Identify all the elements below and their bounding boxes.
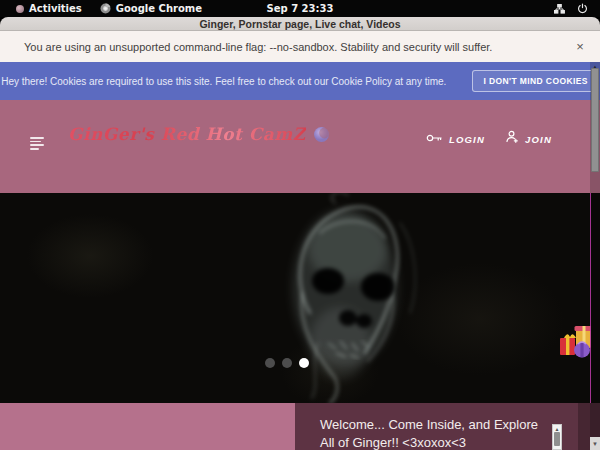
site-header: GinGer's Red Hot CamZ LOGIN [0,100,600,193]
app-name-label: Google Chrome [116,3,202,14]
carousel-dots [265,358,309,368]
cookie-message: Hey there! Cookies are required to use t… [1,76,446,87]
accept-cookies-button[interactable]: I DON'T MIND COOKIES [472,70,598,92]
page-body-section: Welcome... Come Inside, and Explore All … [0,403,600,450]
page-viewport: Hey there! Cookies are required to use t… [0,62,600,450]
smoke-skull-image [240,193,480,403]
page-scrollbar[interactable]: ▲ ▼ [590,62,600,450]
scrollbar-thumb[interactable] [591,68,599,172]
login-button[interactable]: LOGIN [426,130,485,148]
carousel-dot-2[interactable] [282,358,292,368]
welcome-scrollbar[interactable]: ▲ [552,424,562,450]
hero-carousel [0,193,600,403]
scroll-up-icon[interactable]: ▲ [553,425,561,432]
network-icon[interactable] [554,4,565,14]
activities-label: Activities [29,3,82,14]
system-top-bar: Activities Google Chrome Sep 7 23:33 [0,0,600,17]
cookie-consent-bar: Hey there! Cookies are required to use t… [0,62,600,100]
login-label: LOGIN [449,134,485,145]
activities-button[interactable]: Activities [10,0,88,17]
scrollbar-down-arrow[interactable]: ▼ [590,437,600,450]
welcome-scrollbar-thumb[interactable] [554,432,560,446]
scrollbar-accent-line [590,193,591,403]
key-icon [426,130,443,148]
menu-icon[interactable] [30,137,44,152]
focused-app-menu[interactable]: Google Chrome [94,0,208,17]
gift-boxes-icon [556,320,591,360]
site-logo-text: GinGer's Red Hot CamZ [68,124,306,144]
distro-logo-icon [16,5,24,13]
join-label: JOIN [525,134,552,145]
infobar-message: You are using an unsupported command-lin… [0,41,492,53]
header-nav: LOGIN JOIN [426,130,552,148]
site-logo[interactable]: GinGer's Red Hot CamZ [68,124,330,144]
carousel-dot-1[interactable] [265,358,275,368]
welcome-widget: Welcome... Come Inside, and Explore All … [295,403,600,450]
close-icon[interactable]: × [572,39,588,55]
user-add-icon [505,130,519,148]
browser-titlebar[interactable]: Ginger, Pornstar page, Live chat, Videos [0,17,600,31]
join-button[interactable]: JOIN [505,130,552,148]
moon-icon [313,126,330,143]
gifts-widget[interactable] [556,320,591,360]
browser-infobar: You are using an unsupported command-lin… [0,31,600,62]
welcome-message: Welcome... Come Inside, and Explore All … [320,416,548,450]
window-title: Ginger, Pornstar page, Live chat, Videos [199,18,400,30]
power-icon[interactable] [577,3,588,14]
chrome-icon [100,3,111,14]
carousel-dot-3-active[interactable] [299,358,309,368]
